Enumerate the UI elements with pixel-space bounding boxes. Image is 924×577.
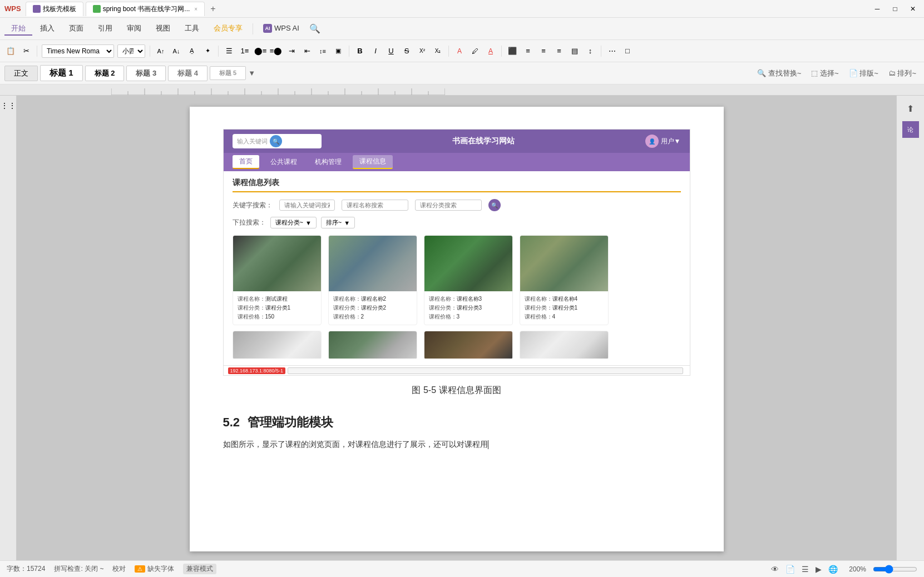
tab-document[interactable]: spring boot 书画在线学习网... × [86, 2, 205, 16]
left-panel-icon1[interactable]: ⋮⋮ [3, 100, 14, 111]
view-icon2[interactable]: 📄 [785, 565, 795, 574]
subscript-button[interactable]: X₂ [432, 45, 444, 57]
menu-vip[interactable]: 会员专享 [207, 22, 249, 36]
menu-page[interactable]: 页面 [62, 22, 90, 36]
styles-dropdown[interactable]: ▼ [248, 69, 255, 77]
menu-insert[interactable]: 插入 [33, 22, 61, 36]
find-replace-button[interactable]: 🔍 查找替换~ [754, 67, 804, 79]
web-sort-dropdown[interactable]: 排序~ ▼ [321, 217, 355, 228]
font-family-select[interactable]: Times New Roma [42, 44, 114, 58]
web-filter-name[interactable] [342, 200, 408, 211]
menu-start[interactable]: 开始 [4, 22, 32, 36]
style-h1[interactable]: 标题 1 [40, 65, 83, 81]
align-justify-button[interactable]: ⬛ [506, 45, 518, 57]
menu-view[interactable]: 视图 [149, 22, 177, 36]
style-normal[interactable]: 正文 [4, 66, 38, 81]
paste-button[interactable]: 📋 [4, 45, 17, 57]
increase-indent-button[interactable]: ⇥ [285, 45, 298, 57]
menu-tools[interactable]: 工具 [178, 22, 206, 36]
tab-templates[interactable]: 找板壳模板 [26, 2, 83, 16]
spacing-button[interactable]: ↕ [584, 45, 596, 57]
document-area[interactable]: 输入关键词 🔍 书画在线学习网站 👤 用户▼ 首页 公共课程 机构管理 课程信息 [17, 96, 896, 560]
web-search-button[interactable]: 🔍 [270, 135, 282, 147]
increase-font-button[interactable]: A↑ [155, 45, 167, 57]
style-h3[interactable]: 标题 3 [126, 66, 166, 81]
globe-icon[interactable]: 🌐 [828, 565, 838, 574]
border-button[interactable]: □ [621, 45, 634, 57]
close-button[interactable]: ✕ [906, 3, 920, 14]
underline-button[interactable]: U [385, 45, 397, 57]
view-icon1[interactable]: 👁 [771, 565, 779, 574]
align-right-button[interactable]: ≡⬤ [270, 45, 282, 57]
maximize-button[interactable]: □ [888, 3, 902, 14]
typeset-button[interactable]: 📄 排版~ [846, 67, 882, 79]
cut-button[interactable]: ✂ [20, 45, 32, 57]
web-nav-home[interactable]: 首页 [233, 155, 259, 169]
char-spacing-button[interactable]: ⋯ [606, 45, 618, 57]
list-bullet-button[interactable]: ☰ [223, 45, 235, 57]
web-nav-course[interactable]: 课程信息 [353, 155, 393, 169]
web-card-4-price: 课程价格：4 [525, 312, 604, 321]
style-h5[interactable]: 标题 5 [210, 66, 246, 80]
align-center2-button[interactable]: ≡ [522, 45, 534, 57]
tab-close-button[interactable]: × [194, 6, 197, 12]
web-content: 课程信息列表 关键字搜索： 🔍 下拉搜索： 课程分类~ [224, 171, 690, 365]
text-color-button[interactable]: A [485, 45, 497, 57]
shading-button[interactable]: ▣ [332, 45, 344, 57]
view-icon3[interactable]: ☰ [802, 565, 809, 574]
spell-check[interactable]: 拼写检查: 关闭 ~ [54, 564, 103, 574]
style-h2[interactable]: 标题 2 [85, 66, 125, 81]
web-card-3[interactable]: 课程名称：课程名称3 课程分类：课程分类3 课程价格：3 [424, 235, 513, 325]
menu-reference[interactable]: 引用 [91, 22, 119, 36]
missing-font-badge[interactable]: ⚠ 缺失字体 [135, 564, 174, 574]
web-nav-public[interactable]: 公共课程 [264, 156, 304, 168]
search-icon[interactable]: 🔍 [309, 23, 320, 34]
web-filter-keyword[interactable] [279, 200, 335, 211]
font-style-button[interactable]: A̤ [186, 45, 198, 57]
section-number: 5.2 [223, 415, 240, 429]
web-filter-category[interactable] [415, 200, 482, 211]
style-h4[interactable]: 标题 4 [168, 66, 207, 81]
font-size-select[interactable]: 小四 [117, 44, 145, 58]
web-card-5[interactable] [233, 331, 322, 359]
minimize-button[interactable]: ─ [871, 3, 884, 14]
select-button[interactable]: ⬚ 选择~ [808, 67, 842, 79]
web-card-1[interactable]: 课程名称：测试课程 课程分类：课程分类1 课程价格：150 [233, 235, 322, 325]
web-content-search-button[interactable]: 🔍 [488, 199, 501, 211]
clear-format-button[interactable]: ✦ [201, 45, 214, 57]
compat-mode-badge[interactable]: 兼容模式 [183, 564, 216, 574]
web-nav-institution[interactable]: 机构管理 [308, 156, 348, 168]
align-left2-button[interactable]: ≡ [553, 45, 565, 57]
strikethrough-button[interactable]: S [401, 45, 413, 57]
web-card-4[interactable]: 课程名称：课程名称4 课程分类：课程分类1 课程价格：4 [520, 235, 609, 325]
web-card-2-cat: 课程分类：课程分类2 [333, 304, 412, 312]
bold-button[interactable]: B [354, 45, 366, 57]
decrease-indent-button[interactable]: ⇤ [301, 45, 313, 57]
web-card-7[interactable] [424, 331, 513, 359]
wps-ai-label: WPS AI [274, 24, 299, 32]
align-full-button[interactable]: ▤ [569, 45, 581, 57]
web-card-8[interactable] [520, 331, 609, 359]
arrange-button[interactable]: 🗂 排列~ [885, 67, 920, 79]
sort-button[interactable]: ↕≡ [317, 45, 329, 57]
web-card-6[interactable] [328, 331, 417, 359]
italic-button[interactable]: I [369, 45, 382, 57]
tab-add-button[interactable]: + [207, 4, 219, 14]
superscript-button[interactable]: X² [416, 45, 428, 57]
right-panel-icon1[interactable]: 论 [902, 121, 919, 138]
font-color-button[interactable]: A [453, 45, 466, 57]
proofread-label[interactable]: 校对 [112, 564, 126, 574]
zoom-slider[interactable] [873, 565, 917, 574]
play-icon[interactable]: ▶ [816, 565, 822, 574]
align-left-button[interactable]: ⬤≡ [254, 45, 266, 57]
web-category-dropdown[interactable]: 课程分类~ ▼ [270, 217, 317, 228]
align-right2-button[interactable]: ≡ [537, 45, 550, 57]
web-card-2[interactable]: 课程名称：课程名称2 课程分类：课程分类2 课程价格：2 [328, 235, 417, 325]
highlight-button[interactable]: 🖊 [469, 45, 481, 57]
right-panel-scroll-top[interactable]: ⬆ [902, 100, 919, 117]
menu-wps-ai[interactable]: AI WPS AI [256, 23, 306, 35]
decrease-font-button[interactable]: A↓ [170, 45, 182, 57]
menu-review[interactable]: 审阅 [120, 22, 148, 36]
list-number-button[interactable]: 1≡ [239, 45, 251, 57]
web-user-label: 用户▼ [661, 137, 681, 146]
